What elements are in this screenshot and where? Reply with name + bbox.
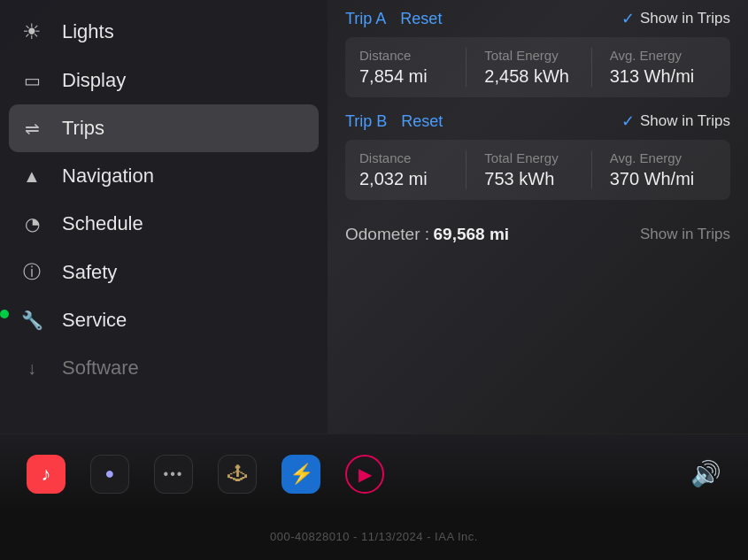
sidebar-item-software-label: Software (62, 357, 139, 380)
trip-a-total-energy-value: 2,458 kWh (484, 66, 590, 87)
bluetooth-icon[interactable]: ⚡ (281, 455, 320, 494)
sidebar-item-schedule-label: Schedule (62, 212, 143, 235)
trip-a-energy-col: Total Energy 2,458 kWh (466, 48, 590, 87)
trip-b-energy-col: Total Energy 753 kWh (466, 150, 590, 189)
trip-a-header: Trip A Reset ✓ Show in Trips (345, 9, 730, 28)
trip-a-avg-value: 313 Wh/mi (610, 66, 716, 87)
trip-b-distance-label: Distance (359, 150, 466, 165)
safety-icon: ⓘ (18, 260, 46, 284)
trip-b-header: Trip B Reset ✓ Show in Trips (345, 111, 730, 131)
trip-a-distance-col: Distance 7,854 mi (359, 48, 466, 87)
more-icon[interactable]: ••• (154, 455, 193, 494)
odometer-row: Odometer : 69,568 mi Show in Trips (345, 214, 730, 255)
trip-a-show-in-trip[interactable]: ✓ Show in Trips (621, 9, 730, 28)
sidebar-item-service-label: Service (62, 309, 127, 332)
trip-b-avg-col: Avg. Energy 370 Wh/mi (591, 150, 716, 189)
sidebar-item-lights[interactable]: ☀ Lights (0, 7, 328, 57)
content-area: Trip A Reset ✓ Show in Trips Distance 7,… (328, 0, 748, 433)
display-icon: ▭ (18, 70, 46, 91)
camera-lens-icon: ● (105, 464, 115, 483)
trip-b-label[interactable]: Trip B (345, 112, 387, 131)
music-note-icon: ♪ (42, 463, 51, 486)
sidebar-item-safety[interactable]: ⓘ Safety (0, 248, 328, 296)
camera-icon[interactable]: ● (90, 455, 129, 494)
trip-b-total-energy-value: 753 kWh (484, 169, 590, 189)
trip-a-avg-label: Avg. Energy (610, 48, 716, 63)
controller-icon: 🕹 (227, 463, 247, 486)
sidebar-item-service[interactable]: 🔧 Service (0, 296, 328, 344)
trip-a-distance-label: Distance (359, 48, 466, 63)
trip-a-avg-col: Avg. Energy 313 Wh/mi (591, 48, 716, 87)
trip-b-show-in-trip[interactable]: ✓ Show in Trips (621, 111, 730, 131)
trip-a-section: Trip A Reset ✓ Show in Trips Distance 7,… (345, 9, 730, 97)
bluetooth-symbol-icon: ⚡ (289, 463, 313, 486)
odometer-info: Odometer : 69,568 mi (345, 225, 509, 244)
trip-b-data-row: Distance 2,032 mi Total Energy 753 kWh A… (345, 140, 730, 200)
trips-icon: ⇌ (18, 118, 46, 139)
sidebar-item-navigation[interactable]: ▲ Navigation (0, 152, 328, 200)
trip-a-distance-value: 7,854 mi (359, 66, 466, 87)
volume-icon[interactable]: 🔊 (690, 459, 721, 488)
trip-a-header-left: Trip A Reset (345, 10, 442, 28)
trip-b-avg-label: Avg. Energy (610, 150, 716, 165)
ellipsis-icon: ••• (164, 466, 184, 482)
sidebar: ☀ Lights ▭ Display ⇌ Trips ▲ Navigation … (0, 0, 328, 433)
trip-a-label[interactable]: Trip A (345, 10, 386, 28)
trip-a-reset[interactable]: Reset (400, 10, 442, 28)
sidebar-item-trips-label: Trips (62, 117, 104, 140)
odometer-value: 69,568 mi (434, 225, 510, 243)
navigation-icon: ▲ (18, 166, 46, 187)
trip-a-checkmark: ✓ (621, 9, 635, 28)
trip-b-distance-value: 2,032 mi (359, 169, 466, 189)
software-icon: ↓ (18, 358, 46, 379)
sidebar-item-display-label: Display (62, 69, 126, 92)
trip-a-data-row: Distance 7,854 mi Total Energy 2,458 kWh… (345, 37, 730, 97)
taskbar: ♪ ● ••• 🕹 ⚡ ▶ 🔊 (0, 433, 748, 513)
trip-a-total-energy-label: Total Energy (484, 48, 590, 63)
trip-b-reset[interactable]: Reset (401, 112, 443, 131)
trip-b-checkmark: ✓ (621, 111, 635, 131)
trip-b-avg-value: 370 Wh/mi (610, 169, 716, 189)
status-indicator (0, 310, 9, 318)
sidebar-item-safety-label: Safety (62, 261, 117, 284)
sidebar-item-lights-label: Lights (62, 20, 114, 43)
lights-icon: ☀ (18, 19, 46, 44)
schedule-icon: ◔ (18, 213, 46, 234)
play-icon: ▶ (359, 464, 372, 485)
footer-watermark: 000-40828010 - 11/13/2024 - IAA Inc. (270, 530, 478, 543)
trip-b-section: Trip B Reset ✓ Show in Trips Distance 2,… (345, 111, 730, 200)
trip-b-distance-col: Distance 2,032 mi (359, 150, 466, 189)
sidebar-item-software[interactable]: ↓ Software (0, 344, 328, 392)
joystick-icon[interactable]: 🕹 (218, 455, 257, 494)
footer: 000-40828010 - 11/13/2024 - IAA Inc. (0, 513, 748, 560)
odometer-show-in-trip[interactable]: Show in Trips (640, 226, 730, 243)
sidebar-item-display[interactable]: ▭ Display (0, 57, 328, 104)
odometer-label: Odometer : (345, 225, 429, 243)
sidebar-item-navigation-label: Navigation (62, 165, 154, 188)
trip-b-show-in-trip-label: Show in Trips (640, 112, 730, 130)
music-icon[interactable]: ♪ (27, 455, 66, 494)
trip-b-total-energy-label: Total Energy (484, 150, 590, 165)
media-player-icon[interactable]: ▶ (345, 455, 384, 494)
sidebar-item-schedule[interactable]: ◔ Schedule (0, 200, 328, 248)
trip-a-show-in-trip-label: Show in Trips (640, 10, 730, 27)
service-icon: 🔧 (18, 310, 46, 331)
trip-b-header-left: Trip B Reset (345, 112, 443, 131)
sidebar-item-trips[interactable]: ⇌ Trips (9, 104, 319, 152)
